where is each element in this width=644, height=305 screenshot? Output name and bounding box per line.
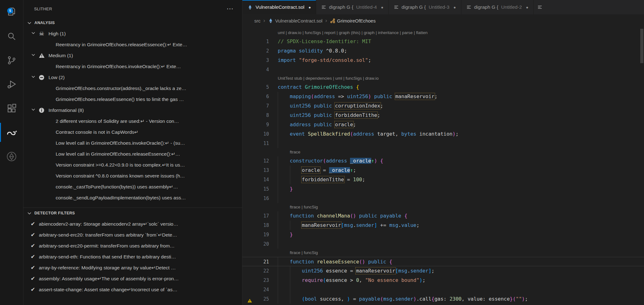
line-number: 10 xyxy=(242,129,269,139)
line-number: 24 xyxy=(242,285,269,294)
chevron-down-icon xyxy=(31,52,36,58)
analysis-finding[interactable]: Contract console is not in CapWords↵ xyxy=(23,127,242,138)
codelens[interactable]: ftrace xyxy=(242,148,644,156)
breadcrumb-item-grimoireofechoes[interactable]: GrimoireOfEchoes xyxy=(330,18,376,23)
code-line-11[interactable]: 11 xyxy=(242,139,644,148)
code-line-10[interactable]: 10 event SpellBackfired(address target, … xyxy=(242,129,644,139)
source-control-icon[interactable] xyxy=(0,48,23,72)
code-line-7[interactable]: 7 uint256 public corruptionIndex; xyxy=(242,101,644,111)
tab-digraph-g--untitled-4[interactable]: digraph G {Untitled-4● xyxy=(316,0,389,14)
code-line-5[interactable]: 5contract GrimoireOfEchoes { xyxy=(242,82,644,92)
line-number: 5 xyxy=(242,82,269,92)
breadcrumb-item-vulnerablecontract.sol[interactable]: VulnerableContract.sol xyxy=(268,18,322,23)
breadcrumb-item-src[interactable]: src xyxy=(254,18,261,23)
detector-filter-item[interactable]: ✔assert-state-change: Assert state chang… xyxy=(23,284,242,295)
more-actions-icon[interactable]: ⋯ xyxy=(226,5,234,13)
code-line-14[interactable]: 14 forbiddenTithe = 100; xyxy=(242,175,644,184)
checkmark-icon[interactable]: ✔ xyxy=(31,286,35,293)
analysis-finding[interactable]: 2 different versions of Solidity are use… xyxy=(23,116,242,127)
detector-label: arbitrary-send-erc20-permit: transferFro… xyxy=(39,243,175,249)
run-debug-icon[interactable] xyxy=(0,72,23,96)
dirty-dot-icon[interactable]: ● xyxy=(381,5,383,10)
analysis-finding[interactable]: GrimoireOfEchoes.releaseEssence() tries … xyxy=(23,94,242,105)
code-line-24[interactable]: 24 xyxy=(242,285,644,294)
analysis-finding[interactable]: GrimoireOfEchoes.constructor(address)._o… xyxy=(23,83,242,94)
analysis-finding[interactable]: Version constraint ^0.8.0 contains known… xyxy=(23,170,242,181)
analysis-finding[interactable]: console._sendLogPayloadImplementation(by… xyxy=(23,192,242,203)
solidity-icon[interactable] xyxy=(0,144,23,168)
code-line-16[interactable]: 16 xyxy=(242,194,644,203)
tab-secondary-label: Untitled-2 xyxy=(501,4,522,10)
code-line-20[interactable]: 20 xyxy=(242,239,644,249)
checkmark-icon[interactable]: ✔ xyxy=(31,221,35,227)
panel-title: SLITHER xyxy=(34,7,52,11)
code-line-18[interactable]: 18 manaReservoir[msg.sender] += msg.valu… xyxy=(242,221,644,230)
line-number: 25 xyxy=(242,294,269,304)
code-line-9[interactable]: 9 address public oracle; xyxy=(242,120,644,129)
analysis-finding[interactable]: Low level call in GrimoireOfEchoes.relea… xyxy=(23,148,242,159)
code-line-3[interactable]: 3import "forge-std/console.sol"; xyxy=(242,56,644,65)
code-editor[interactable]: uml | draw.io | funcSigs | report | grap… xyxy=(242,27,644,305)
analysis-finding[interactable]: Reentrancy in GrimoireOfEchoes.releaseEs… xyxy=(23,39,242,50)
checkmark-icon[interactable]: ✔ xyxy=(31,264,35,271)
line-number: 17 xyxy=(242,211,269,221)
code-line-4[interactable]: 4 xyxy=(242,65,644,74)
codelens[interactable]: ftrace | funcSig xyxy=(242,203,644,211)
tab-vulnerablecontract-sol[interactable]: VulnerableContract.sol● xyxy=(242,0,316,14)
code-line-15[interactable]: 15 } xyxy=(242,184,644,194)
dirty-dot-icon[interactable]: ● xyxy=(308,5,311,10)
code-line-2[interactable]: 2pragma solidity ^0.8.0; xyxy=(242,46,644,56)
checkmark-icon[interactable]: ✔ xyxy=(31,275,35,282)
code-line-21[interactable]: 21 function releaseEssence() public { xyxy=(242,257,644,266)
analysis-finding[interactable]: console._castToPure(function(bytes)) use… xyxy=(23,181,242,192)
detector-filter-item[interactable]: ✔arbitrary-send-erc20-permit: transferFr… xyxy=(23,240,242,251)
codelens[interactable]: uml | draw.io | funcSigs | report | grap… xyxy=(242,29,644,37)
line-number: 4 xyxy=(242,65,269,74)
code-line-25[interactable]: 25 (bool success, ) = payable(msg.sender… xyxy=(242,294,644,304)
analysis-group-medium[interactable]: Medium (1) xyxy=(23,50,242,61)
detector-filter-item[interactable]: ✔arbitrary-send-erc20: transferFrom uses… xyxy=(23,229,242,240)
detector-filter-item[interactable]: ✔array-by-reference: Modifying storage a… xyxy=(23,262,242,273)
skull-icon: ☠ xyxy=(39,31,44,37)
line-number: 2 xyxy=(242,46,269,56)
checkmark-icon[interactable]: ✔ xyxy=(31,253,35,260)
analysis-group-info[interactable]: Informational (8) xyxy=(23,105,242,116)
tab-digraph-g--untitled-3[interactable]: digraph G {Untitled-3● xyxy=(389,0,461,14)
code-line-13[interactable]: 13 oracle = _oracle↑; xyxy=(242,166,644,175)
checkmark-icon[interactable]: ✔ xyxy=(31,242,35,249)
section-detector-filters[interactable]: DETECTOR FILTERS xyxy=(23,208,242,218)
section-analysis[interactable]: ANALYSIS xyxy=(23,18,242,28)
code-line-17[interactable]: 17 function channelMana() public payable… xyxy=(242,211,644,221)
slither-icon[interactable] xyxy=(0,120,23,144)
analysis-finding[interactable]: Version constraint >=0.4.22<0.9.0 is too… xyxy=(23,159,242,170)
code-line-22[interactable]: 22 uint256 essence = manaReservoir[msg.s… xyxy=(242,266,644,276)
analysis-group-high[interactable]: ☠High (1) xyxy=(23,28,242,39)
analysis-finding[interactable]: Low level call in GrimoireOfEchoes.invok… xyxy=(23,138,242,148)
codelens[interactable]: UnitTest stub | dependencies | uml | fun… xyxy=(242,74,644,82)
code-line-1[interactable]: 1// SPDX-License-Identifier: MIT xyxy=(242,37,644,46)
extensions-icon[interactable] xyxy=(0,96,23,120)
checkmark-icon[interactable]: ✔ xyxy=(31,232,35,238)
dirty-dot-icon[interactable]: ● xyxy=(454,5,456,10)
dirty-dot-icon[interactable]: ● xyxy=(526,5,529,10)
slither-variable-highlight: manaReservoir xyxy=(395,93,434,99)
chevron-down-icon xyxy=(31,107,36,113)
tab-digraph-g--untitled-2[interactable]: digraph G {Untitled-2● xyxy=(461,0,534,14)
tab-partial[interactable] xyxy=(534,0,546,14)
detector-filter-item[interactable]: ✔abiencoderv2-array: Storage abiencoderv… xyxy=(23,218,242,229)
code-line-23[interactable]: 23 require(essence > 0, "No essence boun… xyxy=(242,276,644,285)
line-number: 16 xyxy=(242,194,269,203)
code-line-8[interactable]: 8 uint256 public forbiddenTithe; xyxy=(242,111,644,120)
analysis-group-low[interactable]: Low (2) xyxy=(23,72,242,83)
editor-scrollbar[interactable] xyxy=(640,29,643,63)
code-line-12[interactable]: 12 constructor(address _oracle↑) { xyxy=(242,156,644,166)
analysis-finding[interactable]: Reentrancy in GrimoireOfEchoes.invokeOra… xyxy=(23,61,242,72)
explorer-icon[interactable]: 5 xyxy=(0,0,23,24)
search-icon[interactable] xyxy=(0,24,23,48)
detector-filter-item[interactable]: ✔assembly: Assembly usage↵The use of ass… xyxy=(23,273,242,284)
code-line-6[interactable]: 6 mapping(address => uint256) public man… xyxy=(242,92,644,101)
codelens[interactable]: ftrace | funcSig xyxy=(242,249,644,257)
code-line-19[interactable]: 19 } xyxy=(242,230,644,239)
detector-filter-item[interactable]: ✔arbitrary-send-eth: Functions that send… xyxy=(23,251,242,262)
line-number: 15 xyxy=(242,184,269,194)
